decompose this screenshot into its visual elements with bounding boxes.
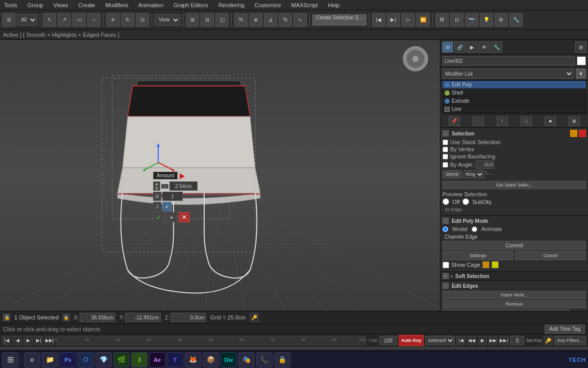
menu-animation[interactable]: Animation	[136, 2, 165, 8]
cube-indicator[interactable]	[402, 45, 430, 74]
ok-btn[interactable]: ✓	[153, 212, 164, 222]
segments-input[interactable]	[162, 192, 183, 201]
taskbar-teams-btn[interactable]: T	[167, 352, 183, 367]
settings-btn[interactable]: Settings	[443, 251, 513, 260]
mirror-btn[interactable]: ⊞	[186, 13, 199, 27]
modifier-item-editpoly[interactable]: Edit Poly	[443, 81, 586, 89]
frame-number-input[interactable]	[510, 336, 524, 345]
angle-snap-btn[interactable]: ∡	[264, 13, 277, 27]
light-btn[interactable]: 💡	[480, 13, 493, 27]
stack-vertex-btn[interactable]: ·	[473, 117, 484, 126]
x-input[interactable]	[80, 313, 115, 322]
curve-btn[interactable]: ∿	[293, 13, 307, 27]
prev-frame-btn[interactable]: ◀	[13, 336, 22, 345]
selection-collapse-btn[interactable]: -	[443, 130, 449, 136]
material-btn[interactable]: M	[435, 13, 449, 27]
view-mode-select[interactable]: View	[155, 14, 180, 26]
preview-off-radio[interactable]	[443, 198, 449, 205]
next-frame-btn[interactable]: ▶|	[34, 336, 43, 345]
create-selection-btn[interactable]: Create Selection S...	[312, 14, 366, 26]
anim-btn3[interactable]: ▷	[402, 13, 415, 27]
taskbar-ae-btn[interactable]: Ae	[149, 352, 165, 367]
pb-btn3[interactable]: ▶	[478, 336, 487, 345]
taskbar-firefox-btn[interactable]: 🦊	[185, 352, 201, 367]
cage-color-1[interactable]	[482, 261, 489, 268]
amount-up-btn[interactable]: ▲	[153, 181, 160, 186]
snap-btn[interactable]: ⊕	[249, 13, 262, 27]
menu-views[interactable]: Views	[51, 2, 70, 8]
sel-icon-red[interactable]	[579, 130, 586, 137]
panel-icon-utilities[interactable]: 🔧	[491, 41, 502, 53]
edit-poly-collapse-btn[interactable]: -	[443, 218, 449, 224]
get-stack-sel-btn[interactable]: Get Stack Selec...	[443, 181, 586, 189]
go-end-btn[interactable]: ▶▶|	[45, 336, 54, 345]
select-circle-btn[interactable]: ○	[87, 13, 101, 27]
play-btn[interactable]: ▶	[23, 336, 33, 345]
y-input[interactable]	[125, 313, 161, 322]
lock-icon[interactable]: 🔒	[63, 314, 70, 321]
menu-create[interactable]: Create	[76, 2, 97, 8]
amount-down-btn[interactable]: ▼	[153, 186, 160, 191]
panel-icon-hierarchy[interactable]: 🔗	[454, 41, 465, 53]
use-stack-sel-chk[interactable]	[443, 140, 448, 145]
render-btn[interactable]: ⊡	[450, 13, 463, 27]
taskbar-plant-btn[interactable]: 🌿	[113, 352, 130, 367]
camera-btn[interactable]: 📷	[465, 13, 478, 27]
stack-border-btn[interactable]: □	[521, 117, 532, 126]
object-color-swatch[interactable]	[577, 56, 586, 65]
preview-subobj-radio[interactable]	[462, 198, 469, 205]
render2-btn[interactable]: 🔧	[509, 13, 523, 27]
taskbar-ps-btn[interactable]: Ps	[60, 352, 76, 367]
select-region-btn[interactable]: ↗	[58, 13, 71, 27]
object-name-input[interactable]	[443, 56, 575, 65]
menu-help[interactable]: Help	[326, 2, 342, 8]
key-icon[interactable]: 🔑	[250, 313, 259, 322]
animate-radio[interactable]	[472, 226, 477, 232]
taskbar-outlook-btn[interactable]: O	[78, 352, 94, 367]
stack-poly-btn[interactable]: ■	[545, 117, 556, 126]
modifier-dropdown-btn[interactable]: ▼	[576, 68, 586, 79]
play-fwd-btn[interactable]: ▷	[161, 184, 168, 189]
cage-color-2[interactable]	[492, 261, 499, 268]
edit-edges-collapse-btn[interactable]: -	[443, 283, 449, 289]
mode-check-btn[interactable]: ✓	[162, 202, 172, 211]
align-btn[interactable]: ⊟	[201, 13, 214, 27]
pct2-btn[interactable]: %	[279, 13, 292, 27]
taskbar-lock-btn[interactable]: 🔒	[274, 352, 290, 367]
menu-group[interactable]: Group	[26, 2, 45, 8]
soft-sel-collapse-btn[interactable]: +	[443, 273, 449, 279]
pb-btn4[interactable]: ▶▶	[488, 336, 498, 345]
z-input[interactable]	[170, 313, 206, 322]
frame-input[interactable]	[379, 336, 397, 345]
cancel-btn[interactable]: ✕	[179, 212, 190, 222]
sel-icon-orange[interactable]	[570, 130, 577, 137]
select-rect-btn[interactable]: ▭	[72, 13, 86, 27]
scale-btn[interactable]: ⊡	[136, 13, 149, 27]
menu-maxscript[interactable]: MAXScript	[289, 2, 320, 8]
pb-btn2[interactable]: ◀◀	[467, 336, 476, 345]
anim-btn1[interactable]: |◀	[372, 13, 385, 27]
key-filters-btn[interactable]: Key Filters...	[554, 336, 586, 345]
rotate-btn[interactable]: ↻	[121, 13, 134, 27]
anim-btn2[interactable]: ▶|	[387, 13, 400, 27]
menu-tools[interactable]: Tools	[2, 2, 19, 8]
taskbar-pkg-btn[interactable]: 📦	[203, 352, 219, 367]
ignore-backfacing-chk[interactable]	[443, 154, 448, 159]
anim-btn4[interactable]: ⏩	[416, 13, 430, 27]
go-start-btn[interactable]: |◀	[2, 336, 11, 345]
commit-btn[interactable]: Commit	[443, 241, 586, 250]
stack-element-btn[interactable]: ⊠	[569, 117, 580, 126]
modifier-item-line[interactable]: Line	[443, 105, 586, 113]
ring-select[interactable]: Ring	[463, 170, 484, 178]
modifier-dropdown[interactable]: Modifier List	[443, 68, 574, 79]
taskbar-ie-btn[interactable]: e	[24, 352, 40, 367]
shrink-btn[interactable]: Shrink	[443, 170, 462, 178]
selected-select[interactable]: Selected	[425, 336, 455, 345]
insert-vertex-btn[interactable]: Insert Verte...	[443, 291, 586, 299]
panel-icon-modify[interactable]: ⚙	[442, 41, 453, 53]
pb-btn1[interactable]: |◀	[456, 336, 465, 345]
taskbar-start-btn[interactable]: ⊞	[2, 352, 18, 367]
all-select[interactable]: All	[17, 14, 37, 26]
menu-rendering[interactable]: Rendering	[216, 2, 247, 8]
menu-modifiers[interactable]: Modifiers	[103, 2, 130, 8]
